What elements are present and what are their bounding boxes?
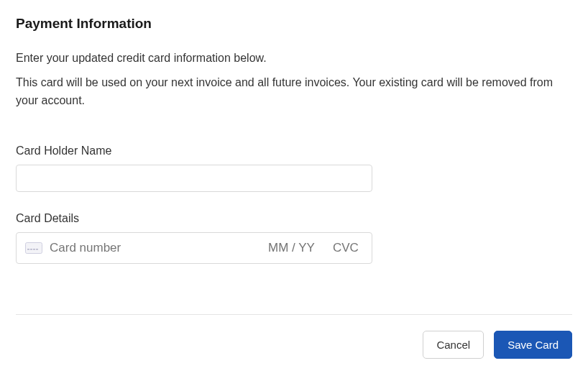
card-number-input[interactable] <box>50 241 261 255</box>
svg-rect-3 <box>33 249 35 250</box>
card-details-row <box>16 232 372 264</box>
save-card-button[interactable]: Save Card <box>494 331 572 359</box>
card-holder-field-group: Card Holder Name <box>16 145 572 192</box>
card-details-field-group: Card Details <box>16 212 572 264</box>
button-row: Cancel Save Card <box>16 331 572 359</box>
cancel-button[interactable]: Cancel <box>423 331 484 359</box>
svg-rect-4 <box>36 249 38 250</box>
svg-rect-1 <box>27 249 29 250</box>
credit-card-icon <box>25 242 42 254</box>
instruction-line1: Enter your updated credit card informati… <box>16 49 572 68</box>
divider <box>16 314 572 315</box>
instruction-line2: This card will be used on your next invo… <box>16 73 572 110</box>
card-cvc-input[interactable] <box>333 241 363 255</box>
svg-rect-0 <box>26 242 42 253</box>
card-expiry-input[interactable] <box>268 241 326 255</box>
card-details-label: Card Details <box>16 212 572 225</box>
card-holder-input[interactable] <box>16 165 372 192</box>
card-holder-label: Card Holder Name <box>16 145 572 157</box>
page-title: Payment Information <box>16 16 572 32</box>
svg-rect-2 <box>30 249 32 250</box>
